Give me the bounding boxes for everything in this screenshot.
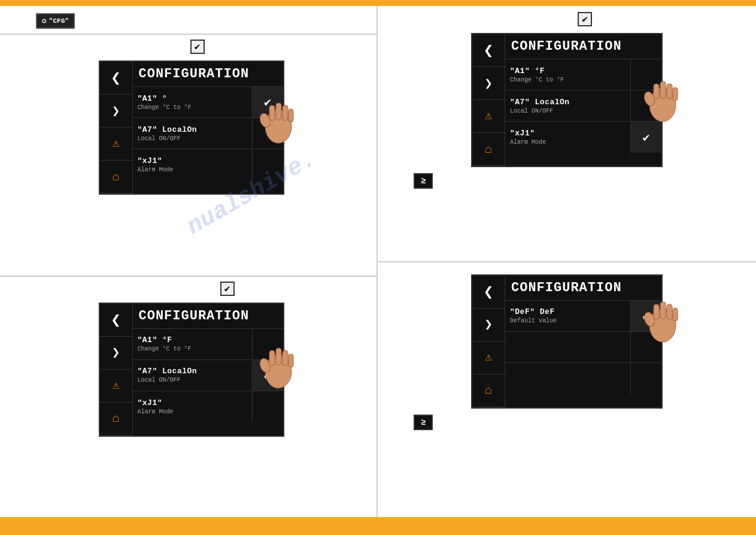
forward-button-bottom-right[interactable]: ❯	[472, 309, 505, 341]
screen-row-bl-3: "xJ1" Alarm Mode	[133, 391, 283, 422]
screen-title-top-right: CONFIGURATION	[505, 34, 661, 59]
screen-title-bottom-left: CONFIGURATION	[133, 304, 283, 329]
svg-rect-8	[269, 350, 275, 365]
row-sublabel-bl-1: Change °C to °F	[138, 346, 247, 352]
check-badge-bottom-left: ✔	[220, 282, 235, 296]
check-icon-bl: ✔	[224, 283, 230, 295]
content-area: ⚙ "CFG" ✔ ❮ ❯	[0, 6, 756, 517]
row-text-tr-3: "xJ1" Alarm Mode	[505, 122, 630, 153]
left-section-bottom: ✔ ❮ ❯ ⚠ ⌂	[0, 277, 377, 518]
row-label-tr-3: "xJ1"	[510, 129, 626, 138]
arrow-button-top-right[interactable]: ≥	[414, 173, 433, 189]
cfg-area: ⚙ "CFG"	[0, 6, 377, 35]
row-label-tl-3: "xJ1"	[138, 156, 247, 165]
forward-button-bottom-left[interactable]: ❯	[100, 337, 132, 370]
warning-icon-3: ⚠	[485, 110, 492, 122]
svg-rect-11	[289, 354, 293, 367]
svg-rect-16	[667, 84, 672, 99]
row-text-tl-1: "A1" ° Change °C to °F	[133, 87, 252, 117]
home-icon-2: ⌂	[112, 412, 119, 425]
left-section-top: ✔ ❮ ❯ ⚠ ⌂	[0, 35, 377, 277]
svg-rect-2	[269, 105, 275, 120]
arrow-button-bottom-right[interactable]: ≥	[414, 415, 433, 430]
row-sublabel-tl-2: Local ON/OFF	[138, 135, 247, 142]
warn-nav-top-right: ⚠	[472, 100, 505, 133]
top-bar	[0, 0, 756, 6]
row-action-tr-3[interactable]: ✔	[630, 122, 661, 153]
warning-icon-4: ⚠	[485, 352, 492, 364]
right-panel: ✔ ❮ ❯ ⚠ ⌂	[378, 6, 756, 517]
svg-rect-22	[667, 304, 672, 319]
svg-rect-23	[673, 308, 678, 321]
row-sublabel-tl-1: Change °C to °F	[138, 104, 247, 111]
row-text-bl-2: "A7" LocalOn Local ON/OFF	[133, 360, 252, 391]
nav-col-bottom-left: ❮ ❯ ⚠ ⌂	[100, 304, 133, 436]
home-nav-bottom-left[interactable]: ⌂	[100, 403, 132, 436]
svg-rect-17	[673, 87, 678, 101]
row-sublabel-tr-2: Local ON/OFF	[510, 108, 626, 114]
home-nav-bottom-right[interactable]: ⌂	[472, 374, 505, 407]
warning-icon-2: ⚠	[112, 380, 119, 392]
hand-cursor-bottom-right	[639, 289, 687, 343]
screen-row-br-2	[505, 332, 661, 363]
right-section-top: ✔ ❮ ❯ ⚠ ⌂	[378, 6, 756, 262]
row-text-tl-3: "xJ1" Alarm Mode	[133, 149, 252, 180]
row-sublabel-br-1: Default value	[510, 318, 626, 324]
screen-row-tr-1: "A1" °F Change °C to °F	[505, 59, 661, 90]
forward-button-top-left[interactable]: ❯	[100, 95, 132, 128]
row-label-bl-3: "xJ1"	[138, 398, 247, 407]
row-text-br-3	[505, 363, 630, 394]
right-section-bottom: ❮ ❯ ⚠ ⌂ CONFIGURATION	[378, 262, 756, 518]
arrow-label-br: ≥	[421, 418, 426, 427]
row-sublabel-tr-3: Alarm Mode	[510, 139, 626, 146]
nav-col-bottom-right: ❮ ❯ ⚠ ⌂	[472, 276, 505, 407]
arrow-label-tr: ≥	[421, 176, 426, 186]
hand-cursor-bottom-left	[254, 335, 302, 389]
row-action-bl-3[interactable]	[252, 391, 283, 422]
forward-button-top-right[interactable]: ❯	[472, 67, 505, 100]
row-label-bl-1: "A1" °F	[138, 335, 247, 344]
bottom-bar	[0, 517, 756, 535]
row-label-tr-2: "A7" LocalOn	[510, 98, 626, 107]
home-nav-top-left[interactable]: ⌂	[100, 161, 132, 194]
back-button-bottom-left[interactable]: ❮	[100, 304, 132, 337]
svg-rect-20	[654, 304, 659, 319]
action-check-tr-3: ✔	[642, 130, 649, 145]
row-action-br-3[interactable]	[630, 363, 661, 394]
screen-top-right: ❮ ❯ ⚠ ⌂ CONFIGURATION	[471, 33, 663, 167]
home-nav-top-right[interactable]: ⌂	[472, 133, 505, 166]
row-text-bl-1: "A1" °F Change °C to °F	[133, 329, 252, 359]
svg-rect-14	[654, 84, 659, 99]
svg-rect-4	[283, 105, 288, 120]
row-action-tl-3[interactable]	[252, 149, 283, 180]
svg-rect-10	[283, 350, 288, 365]
back-button-top-left[interactable]: ❮	[100, 62, 132, 95]
row-sublabel-bl-2: Local ON/OFF	[138, 377, 247, 383]
row-text-br-2	[505, 332, 630, 362]
main-container: ⚙ "CFG" ✔ ❮ ❯	[0, 0, 756, 535]
row-sublabel-bl-3: Alarm Mode	[138, 409, 247, 415]
gear-icon: ⚙	[42, 16, 47, 26]
screen-title-bottom-right: CONFIGURATION	[505, 276, 661, 301]
row-label-tr-1: "A1" °F	[510, 67, 626, 75]
home-icon-4: ⌂	[485, 383, 492, 397]
nav-col-top-right: ❮ ❯ ⚠ ⌂	[472, 34, 505, 166]
screen-row-br-3	[505, 363, 661, 394]
hand-cursor-top-right	[639, 69, 687, 123]
svg-rect-3	[276, 103, 281, 120]
svg-rect-5	[289, 109, 293, 122]
content-col-top-right: CONFIGURATION "A1" °F Change °C to °F	[505, 34, 661, 166]
warn-nav-top-left: ⚠	[100, 128, 132, 161]
row-text-br-1: "DeF" DeF Default value	[505, 301, 630, 331]
row-text-bl-3: "xJ1" Alarm Mode	[133, 391, 252, 422]
screen-row-br-1: "DeF" DeF Default value ✔	[505, 301, 661, 332]
svg-rect-9	[276, 348, 281, 365]
content-col-bottom-right: CONFIGURATION "DeF" DeF Default value ✔	[505, 276, 661, 407]
row-label-tl-1: "A1" °	[138, 94, 247, 103]
back-button-bottom-right[interactable]: ❮	[472, 276, 505, 309]
hand-cursor-top-left	[254, 90, 302, 144]
screen-row-tr-3: "xJ1" Alarm Mode ✔	[505, 122, 661, 153]
back-button-top-right[interactable]: ❮	[472, 34, 505, 67]
row-text-tr-1: "A1" °F Change °C to °F	[505, 59, 630, 90]
warning-icon-1: ⚠	[112, 138, 119, 150]
